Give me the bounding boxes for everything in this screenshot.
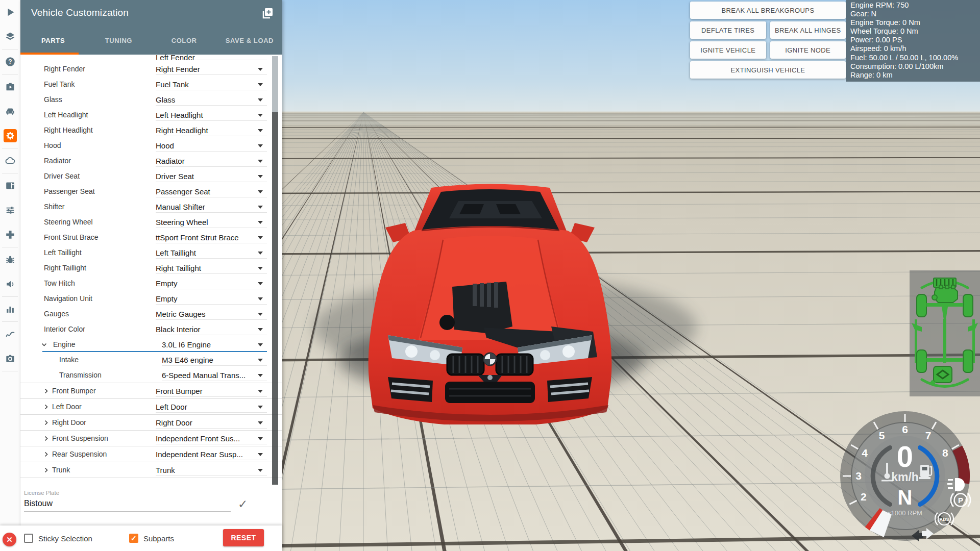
part-row: Tow HitchEmpty [20, 276, 282, 291]
part-row: Fuel TankFuel Tank [20, 77, 282, 92]
break-all-breakgroups-button[interactable]: BREAK ALL BREAKGROUPS [690, 2, 846, 19]
panel-tabs: PARTSTUNINGCOLORSAVE & LOAD [20, 27, 282, 55]
deflate-tires-button[interactable]: DEFLATE TIRES [690, 21, 766, 39]
sidebar-item-layers[interactable] [0, 24, 20, 49]
part-select[interactable]: 6-Speed Manual Trans... [162, 371, 266, 380]
part-label: Gauges [44, 310, 69, 318]
dropdown-caret-icon [258, 175, 263, 178]
part-select[interactable]: Steering Wheel [156, 218, 266, 227]
part-label: Right Taillight [44, 264, 86, 272]
sidebar-item-debug[interactable] [0, 247, 20, 272]
dropdown-caret-icon [258, 236, 263, 239]
dropdown-underline [156, 74, 267, 75]
sidebar-item-settings[interactable] [0, 123, 20, 148]
reset-button[interactable]: RESET [223, 529, 264, 546]
ignite-node-button[interactable]: IGNITE NODE [770, 41, 846, 59]
part-expander[interactable] [43, 419, 50, 425]
part-select[interactable]: Glass [156, 95, 266, 104]
sidebar-item-help[interactable]: ? [0, 49, 20, 74]
sticky-selection-checkbox[interactable] [24, 534, 33, 543]
part-select[interactable]: Manual Shifter [156, 203, 266, 211]
part-expander[interactable] [43, 435, 50, 441]
part-row: Right TaillightRight Taillight [20, 260, 282, 276]
part-select[interactable]: Fuel Tank [156, 80, 266, 89]
add-window-icon[interactable] [260, 6, 275, 21]
part-label: Steering Wheel [44, 218, 93, 226]
part-row: Right HeadlightRight Headlight [20, 122, 282, 138]
part-expander[interactable] [41, 341, 47, 347]
break-all-hinges-button[interactable]: BREAK ALL HINGES [770, 21, 846, 39]
scrollbar-track[interactable] [272, 112, 278, 485]
sidebar-item-audio[interactable] [0, 272, 20, 296]
parts-scrollbar[interactable] [272, 56, 278, 485]
part-select[interactable]: Driver Seat [156, 172, 266, 181]
tach-number: 8 [942, 447, 948, 459]
sidebar-item-gestures[interactable] [0, 322, 20, 346]
sidebar-item-play[interactable] [0, 0, 20, 24]
vehicle-stat-line: Wheel Torque: 0 Nm [850, 27, 977, 36]
part-select[interactable]: ttSport Front Strut Brace [156, 233, 266, 242]
tab-tuning[interactable]: TUNING [86, 27, 151, 55]
part-select[interactable]: Right Headlight [156, 126, 266, 135]
play-icon [5, 7, 16, 18]
part-select[interactable]: Passenger Seat [156, 187, 266, 196]
close-icon[interactable]: ✕ [3, 533, 16, 546]
part-select[interactable]: Left Headlight [156, 111, 266, 119]
part-select[interactable]: M3 E46 engine [162, 356, 266, 364]
dropdown-underline [156, 258, 267, 259]
tuning-icon [5, 205, 16, 216]
sidebar-item-camera[interactable] [0, 346, 20, 371]
part-label: Front Suspension [52, 434, 108, 442]
part-expander[interactable] [43, 466, 50, 473]
sidebar-item-apps[interactable] [0, 173, 20, 198]
part-select[interactable]: Right Fender [156, 65, 266, 73]
part-select[interactable]: Empty [156, 279, 266, 288]
dropdown-underline [156, 105, 267, 106]
part-select[interactable]: Independent Rear Susp... [156, 450, 266, 459]
tab-save-load[interactable]: SAVE & LOAD [217, 27, 282, 55]
part-select[interactable]: Right Taillight [156, 264, 266, 272]
part-select[interactable]: Hood [156, 141, 266, 150]
sidebar-item-controls[interactable] [0, 222, 20, 247]
sidebar-item-online[interactable] [0, 148, 20, 173]
sidebar-item-performance[interactable] [0, 297, 20, 321]
part-expander[interactable] [43, 403, 50, 410]
ignite-vehicle-button[interactable]: IGNITE VEHICLE [690, 41, 766, 59]
dropdown-underline [156, 212, 267, 213]
part-select[interactable]: Left Taillight [156, 248, 266, 257]
license-plate-input[interactable] [24, 499, 231, 512]
part-expander[interactable] [43, 450, 50, 457]
sidebar-item-tuning[interactable] [0, 198, 20, 222]
part-row: GaugesMetric Gauges [20, 306, 282, 321]
part-select[interactable]: Trunk [156, 466, 266, 474]
dropdown-underline [156, 428, 267, 429]
part-select[interactable]: Left Door [156, 403, 266, 411]
panel-footer: Sticky Selection ✓ Subparts RESET [0, 525, 282, 551]
subparts-checkbox[interactable]: ✓ [129, 534, 138, 543]
part-select[interactable]: Right Door [156, 418, 266, 427]
part-select[interactable]: 3.0L I6 Engine [162, 340, 266, 349]
dropdown-caret-icon [258, 313, 263, 316]
tab-parts[interactable]: PARTS [20, 27, 86, 55]
layers-icon [5, 31, 16, 42]
part-expander[interactable] [43, 387, 50, 394]
sidebar-item-vehicles[interactable] [0, 99, 20, 123]
part-row: Transmission6-Speed Manual Trans... [20, 367, 282, 383]
part-select[interactable]: Left Fender [156, 55, 266, 61]
tab-color[interactable]: COLOR [152, 27, 217, 55]
part-select[interactable]: Metric Gauges [156, 310, 266, 318]
part-select[interactable]: Independent Front Sus... [156, 434, 266, 443]
tach-number: 7 [925, 430, 932, 441]
part-row: Front SuspensionIndependent Front Sus... [20, 430, 282, 446]
sidebar-item-scenarios[interactable] [0, 74, 20, 99]
apps-icon [5, 180, 16, 191]
dropdown-underline [156, 304, 267, 305]
part-select[interactable]: Empty [156, 294, 266, 303]
sidebar-divider [2, 371, 18, 371]
part-select[interactable]: Radiator [156, 157, 266, 165]
part-select[interactable]: Black Interior [156, 325, 266, 334]
extinguish-vehicle-button[interactable]: EXTINGUISH VEHICLE [690, 61, 846, 79]
scrollbar-thumb[interactable] [272, 56, 278, 112]
part-select[interactable]: Front Bumper [156, 387, 266, 395]
apply-plate-check-icon[interactable]: ✓ [238, 497, 248, 511]
